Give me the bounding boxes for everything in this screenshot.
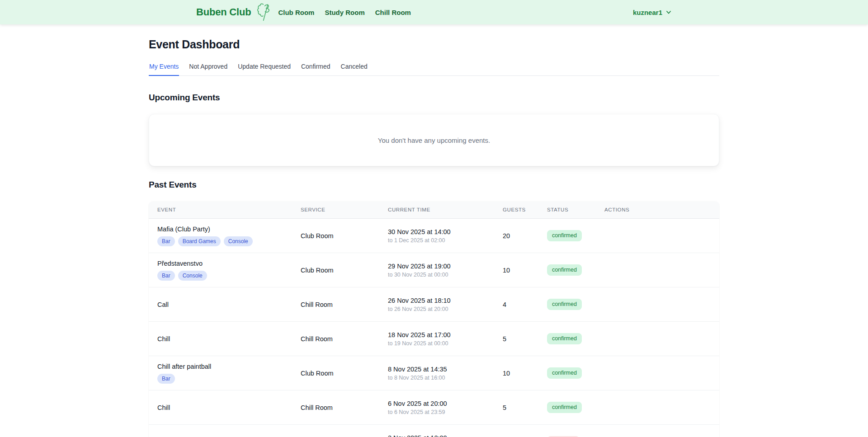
event-name: Call [157,301,288,308]
nav-link-chill-room[interactable]: Chill Room [375,9,411,16]
guests-cell: 5 [494,329,538,348]
guests-cell: 10 [494,364,538,383]
table-row: Chill after paintballBarClub Room8 Nov 2… [149,356,719,390]
column-header-guests: Guests [494,207,538,212]
guests-cell: 4 [494,295,538,314]
event-tags: BarBoard GamesConsole [157,236,288,246]
past-events-table: EventServiceCurrent TimeGuestsStatusActi… [149,201,719,437]
event-time-end: to 6 Nov 2025 at 23:59 [388,409,490,415]
status-badge: confirmed [547,402,582,413]
event-time-start: 29 Nov 2025 at 19:00 [388,263,490,270]
event-cell: Chill [149,398,292,417]
event-time-start: 6 Nov 2025 at 20:00 [388,400,490,407]
time-cell: 26 Nov 2025 at 18:10to 26 Nov 2025 at 20… [379,291,494,318]
upcoming-events-heading: Upcoming Events [149,93,719,103]
event-tag-bar: Bar [157,236,175,246]
event-time-start: 3 Nov 2025 at 12:00 [388,434,490,437]
event-time-end: to 26 Nov 2025 at 20:00 [388,306,490,312]
service-value: Chill Room [301,404,375,411]
service-cell: Club Room [292,261,379,280]
app-header: Buben Club Club RoomStudy RoomChill Room… [0,0,868,24]
status-badge: confirmed [547,367,582,379]
service-value: Club Room [301,232,375,240]
event-tag-console: Console [178,271,207,281]
actions-cell [596,367,719,379]
event-tag-bar: Bar [157,271,175,281]
event-tags: BarConsole [157,271,288,281]
username: kuznear1 [633,9,662,16]
tab-not-approved[interactable]: Not Approved [189,63,228,76]
service-value: Chill Room [301,301,375,308]
status-cell: canceled [538,430,596,437]
table-row: PředstavenstvoBarConsoleClub Room29 Nov … [149,253,719,287]
service-cell: Chill Room [292,295,379,314]
event-cell: Call [149,295,292,314]
chevron-down-icon [665,9,672,15]
status-badge: confirmed [547,264,582,276]
guests-cell: 10 [494,261,538,280]
tab-confirmed[interactable]: Confirmed [301,63,331,76]
service-cell: Chill Room [292,432,379,437]
service-cell: Club Room [292,226,379,245]
status-badge: confirmed [547,333,582,344]
user-menu[interactable]: kuznear1 [633,9,672,16]
table-body: Mafia (Club Party)BarBoard GamesConsoleC… [149,219,719,437]
status-cell: confirmed [538,258,596,282]
guests-cell: 20 [494,226,538,245]
status-cell: confirmed [538,396,596,419]
event-cell: Mafia (Club Party)BarBoard GamesConsole [149,220,292,252]
table-row: Mafia (Club Party)BarBoard GamesConsoleC… [149,219,719,253]
event-tags: Bar [157,374,288,384]
actions-cell [596,299,719,310]
guests-count: 5 [503,404,534,411]
event-cell: TEst send email [149,432,292,437]
event-name: Představenstvo [157,260,288,267]
tab-my-events[interactable]: My Events [149,63,179,76]
event-time-end: to 8 Nov 2025 at 16:00 [388,375,490,381]
actions-cell [596,230,719,242]
event-name: Chill [157,335,288,343]
nav-link-study-room[interactable]: Study Room [325,9,364,16]
upcoming-events-card: You don't have any upcoming events. [149,114,719,166]
status-cell: confirmed [538,293,596,316]
event-cell: PředstavenstvoBarConsole [149,254,292,287]
event-tag-bar: Bar [157,374,175,384]
empty-state-message: You don't have any upcoming events. [378,136,490,144]
time-cell: 29 Nov 2025 at 19:00to 30 Nov 2025 at 00… [379,257,494,284]
time-cell: 6 Nov 2025 at 20:00to 6 Nov 2025 at 23:5… [379,394,494,421]
event-name: Chill after paintball [157,363,288,370]
main-nav: Club RoomStudy RoomChill Room [278,9,411,16]
service-cell: Club Room [292,364,379,383]
service-value: Club Room [301,267,375,274]
past-events-heading: Past Events [149,180,719,190]
brand-logo[interactable]: Buben Club [196,2,273,22]
nav-link-club-room[interactable]: Club Room [278,9,314,16]
column-header-current-time: Current Time [379,207,494,212]
table-row: CallChill Room26 Nov 2025 at 18:10to 26 … [149,287,719,322]
main-content: Event Dashboard My EventsNot ApprovedUpd… [149,24,719,437]
event-time-start: 18 Nov 2025 at 17:00 [388,331,490,338]
guests-cell: 3 [494,432,538,437]
actions-cell [596,333,719,345]
column-header-status: Status [538,207,596,212]
tabs: My EventsNot ApprovedUpdate RequestedCon… [149,63,719,76]
service-value: Chill Room [301,335,375,343]
event-name: Mafia (Club Party) [157,226,288,233]
service-cell: Chill Room [292,329,379,348]
time-cell: 30 Nov 2025 at 14:00to 1 Dec 2025 at 02:… [379,222,494,249]
page-title: Event Dashboard [149,38,719,51]
event-cell: Chill after paintballBar [149,357,292,390]
status-cell: confirmed [538,362,596,385]
event-tag-console: Console [224,236,253,246]
event-time-start: 30 Nov 2025 at 14:00 [388,228,490,235]
event-name: Chill [157,404,288,411]
column-header-actions: Actions [596,207,719,212]
event-time-start: 26 Nov 2025 at 18:10 [388,297,490,304]
tab-update-requested[interactable]: Update Requested [237,63,291,76]
event-time-end: to 1 Dec 2025 at 02:00 [388,237,490,244]
event-time-end: to 30 Nov 2025 at 00:00 [388,272,490,278]
time-cell: 18 Nov 2025 at 17:00to 19 Nov 2025 at 00… [379,325,494,352]
table-row: ChillChill Room18 Nov 2025 at 17:00to 19… [149,322,719,356]
tab-canceled[interactable]: Canceled [340,63,368,76]
buben-logo-icon [255,2,273,22]
